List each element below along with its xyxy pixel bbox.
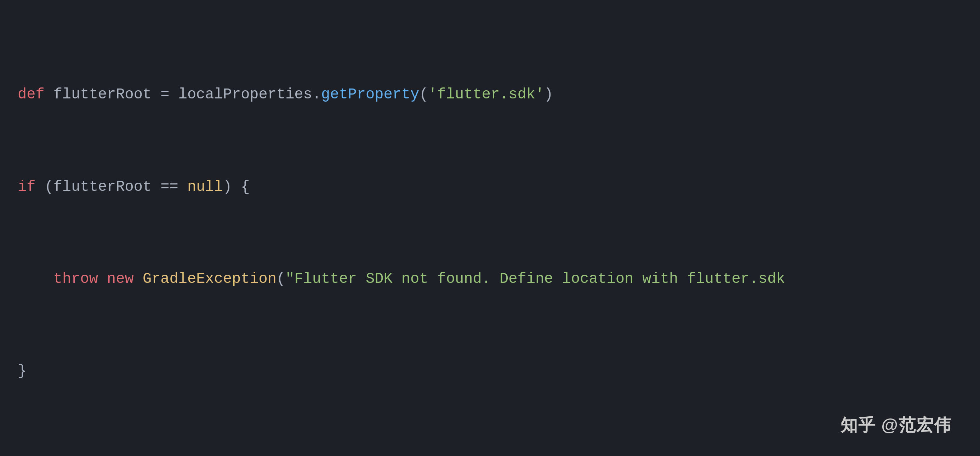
code-line-4: } bbox=[18, 360, 962, 383]
code-line-2: if (flutterRoot == null) { bbox=[18, 176, 962, 199]
code-line-3: throw new GradleException("Flutter SDK n… bbox=[18, 268, 962, 291]
punc-close-brace: ) { bbox=[223, 178, 250, 195]
keyword-null: null bbox=[187, 178, 223, 195]
blank-line-1 bbox=[18, 452, 962, 456]
code-container: def flutterRoot = localProperties.getPro… bbox=[0, 0, 980, 456]
var-flutterRoot: flutterRoot bbox=[54, 86, 151, 103]
str-flutter-sdk: 'flutter.sdk' bbox=[428, 86, 544, 103]
keyword-if: if bbox=[18, 178, 35, 195]
keyword-new: new bbox=[107, 270, 134, 288]
space bbox=[98, 270, 107, 288]
punc-close: ) bbox=[544, 86, 553, 103]
indent bbox=[18, 270, 54, 288]
op-eq: == bbox=[151, 178, 187, 195]
str-flutter-sdk-not-found: "Flutter SDK not found. Define location … bbox=[285, 270, 785, 288]
punc-space-open: ( bbox=[35, 178, 53, 195]
space2 bbox=[134, 270, 143, 288]
punc-close-curly: } bbox=[18, 362, 27, 380]
watermark: 知乎 @范宏伟 bbox=[840, 414, 952, 437]
punc-open2: ( bbox=[277, 270, 285, 288]
keyword-throw: throw bbox=[54, 270, 98, 288]
code-block: def flutterRoot = localProperties.getPro… bbox=[18, 14, 962, 456]
code-line-1: def flutterRoot = localProperties.getPro… bbox=[18, 83, 962, 106]
class-GradleException: GradleException bbox=[143, 270, 277, 288]
method-getProperty: getProperty bbox=[321, 86, 419, 103]
var-localProperties: localProperties bbox=[178, 86, 312, 103]
op-assign: = bbox=[151, 86, 178, 103]
punc-open: ( bbox=[419, 86, 428, 103]
keyword-def: def bbox=[18, 86, 54, 103]
punc-dot: . bbox=[312, 86, 321, 103]
var-flutterRoot2: flutterRoot bbox=[54, 178, 151, 195]
